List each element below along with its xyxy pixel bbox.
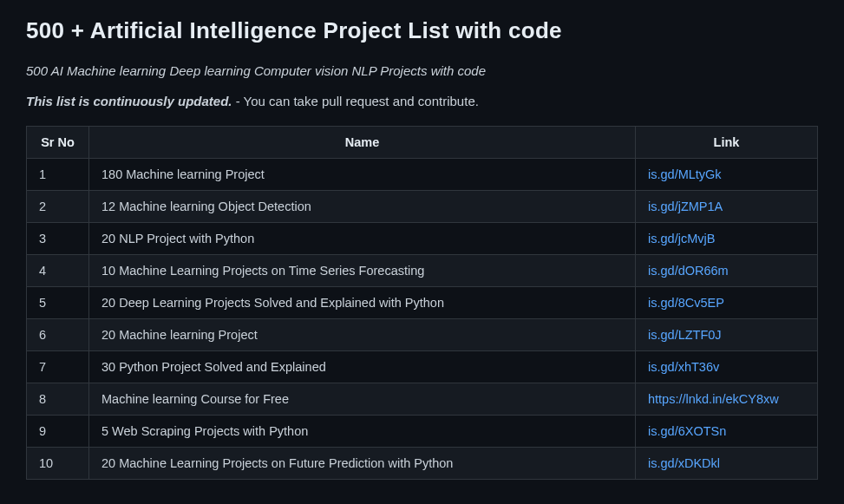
cell-link: is.gd/xhT36v	[636, 351, 818, 383]
project-link[interactable]: is.gd/jZMP1A	[648, 200, 723, 213]
update-note-rest: - You can take pull request and contribu…	[232, 94, 479, 108]
table-row: 1180 Machine learning Projectis.gd/MLtyG…	[27, 159, 818, 191]
table-row: 730 Python Project Solved and Explainedi…	[27, 351, 818, 383]
table-row: 620 Machine learning Projectis.gd/LZTF0J	[27, 319, 818, 351]
cell-sr: 6	[27, 319, 89, 351]
table-row: 1020 Machine Learning Projects on Future…	[27, 448, 818, 480]
cell-link: is.gd/dOR66m	[636, 255, 818, 287]
project-link[interactable]: https://lnkd.in/ekCY8xw	[648, 392, 779, 406]
cell-link: is.gd/jcMvjB	[636, 223, 818, 255]
cell-name: 20 Deep Learning Projects Solved and Exp…	[89, 287, 636, 319]
update-note-bold: This list is continuously updated.	[26, 94, 232, 108]
page-title: 500 + Artificial Intelligence Project Li…	[26, 17, 818, 44]
cell-link: is.gd/LZTF0J	[636, 319, 818, 351]
table-row: 520 Deep Learning Projects Solved and Ex…	[27, 287, 818, 319]
project-link[interactable]: is.gd/MLtyGk	[648, 167, 722, 181]
cell-link: https://lnkd.in/ekCY8xw	[636, 383, 818, 416]
cell-name: Machine learning Course for Free	[89, 383, 636, 416]
cell-sr: 10	[27, 448, 89, 480]
cell-link: is.gd/MLtyGk	[636, 159, 818, 191]
cell-sr: 3	[27, 223, 89, 255]
cell-sr: 4	[27, 255, 89, 287]
cell-link: is.gd/jZMP1A	[636, 191, 818, 223]
cell-sr: 8	[27, 383, 89, 416]
cell-name: 20 Machine learning Project	[89, 319, 636, 351]
cell-sr: 5	[27, 287, 89, 319]
table-row: 95 Web Scraping Projects with Pythonis.g…	[27, 416, 818, 448]
cell-link: is.gd/6XOTSn	[636, 416, 818, 448]
project-link[interactable]: is.gd/xDKDkl	[648, 456, 720, 470]
cell-name: 10 Machine Learning Projects on Time Ser…	[89, 255, 636, 287]
cell-link: is.gd/8Cv5EP	[636, 287, 818, 319]
table-row: 212 Machine learning Object Detectionis.…	[27, 191, 818, 223]
cell-name: 180 Machine learning Project	[89, 159, 636, 191]
project-link[interactable]: is.gd/6XOTSn	[648, 424, 726, 438]
cell-name: 5 Web Scraping Projects with Python	[89, 416, 636, 448]
col-header-sr: Sr No	[27, 127, 89, 159]
project-link[interactable]: is.gd/jcMvjB	[648, 232, 715, 245]
table-row: 8Machine learning Course for Freehttps:/…	[27, 383, 818, 416]
project-link[interactable]: is.gd/xhT36v	[648, 360, 719, 374]
cell-name: 12 Machine learning Object Detection	[89, 191, 636, 223]
page-subtitle: 500 AI Machine learning Deep learning Co…	[26, 63, 818, 78]
project-link[interactable]: is.gd/LZTF0J	[648, 328, 722, 342]
project-link[interactable]: is.gd/8Cv5EP	[648, 296, 724, 310]
cell-name: 30 Python Project Solved and Explained	[89, 351, 636, 383]
projects-table: Sr No Name Link 1180 Machine learning Pr…	[26, 126, 818, 480]
project-link[interactable]: is.gd/dOR66m	[648, 264, 729, 278]
cell-sr: 1	[27, 159, 89, 191]
table-row: 320 NLP Project with Pythonis.gd/jcMvjB	[27, 223, 818, 255]
col-header-link: Link	[636, 127, 818, 159]
cell-sr: 7	[27, 351, 89, 383]
col-header-name: Name	[89, 127, 636, 159]
cell-sr: 2	[27, 191, 89, 223]
table-header-row: Sr No Name Link	[27, 127, 818, 159]
cell-sr: 9	[27, 416, 89, 448]
table-row: 410 Machine Learning Projects on Time Se…	[27, 255, 818, 287]
cell-name: 20 NLP Project with Python	[89, 223, 636, 255]
cell-link: is.gd/xDKDkl	[636, 448, 818, 480]
update-note: This list is continuously updated. - You…	[26, 94, 818, 108]
cell-name: 20 Machine Learning Projects on Future P…	[89, 448, 636, 480]
